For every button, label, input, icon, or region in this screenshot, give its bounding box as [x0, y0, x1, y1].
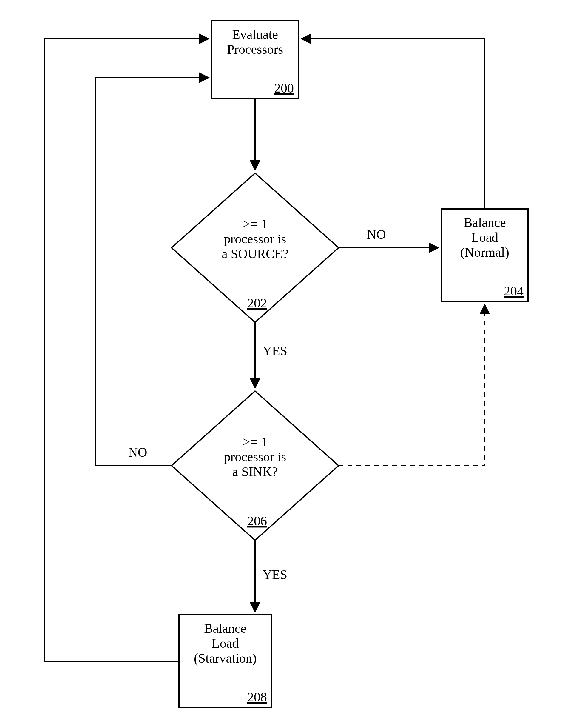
evaluate-ref: 200 — [274, 81, 294, 96]
node-sink-check: >= 1 processor is a SINK? 206 — [172, 391, 338, 540]
sink-line2: processor is — [224, 450, 286, 464]
label-source-no: NO — [367, 227, 386, 242]
source-line3: a SOURCE? — [222, 247, 288, 261]
balance-starv-line1: Balance — [204, 621, 247, 636]
balance-normal-ref: 204 — [504, 284, 523, 298]
balance-normal-line3: (Normal) — [460, 245, 509, 260]
balance-starv-ref: 208 — [247, 690, 267, 704]
sink-line1: >= 1 — [243, 435, 268, 449]
edge-balance-normal-to-evaluate — [301, 39, 485, 209]
node-evaluate-processors: Evaluate Processors 200 — [212, 21, 298, 98]
label-source-yes: YES — [263, 344, 287, 358]
balance-normal-line2: Load — [471, 230, 498, 245]
edge-sink-dashed-to-balance-normal — [338, 304, 485, 466]
source-line2: processor is — [224, 232, 286, 246]
node-source-check: >= 1 processor is a SOURCE? 202 — [172, 173, 338, 322]
balance-starv-line2: Load — [212, 636, 239, 651]
label-sink-no: NO — [128, 445, 147, 460]
flowchart: Evaluate Processors 200 >= 1 processor i… — [0, 0, 562, 728]
balance-starv-line3: (Starvation) — [194, 651, 257, 666]
source-line1: >= 1 — [243, 217, 268, 231]
sink-line3: a SINK? — [233, 464, 278, 479]
evaluate-line2: Processors — [227, 42, 283, 57]
edge-balance-starvation-to-evaluate — [45, 39, 209, 661]
node-balance-normal: Balance Load (Normal) 204 — [441, 209, 528, 301]
label-sink-yes: YES — [263, 567, 287, 582]
balance-normal-line1: Balance — [464, 215, 506, 230]
sink-ref: 206 — [247, 514, 267, 528]
evaluate-line1: Evaluate — [232, 27, 278, 42]
source-ref: 202 — [247, 296, 267, 310]
node-balance-starvation: Balance Load (Starvation) 208 — [179, 615, 272, 707]
edge-sink-no-to-evaluate — [96, 78, 209, 466]
